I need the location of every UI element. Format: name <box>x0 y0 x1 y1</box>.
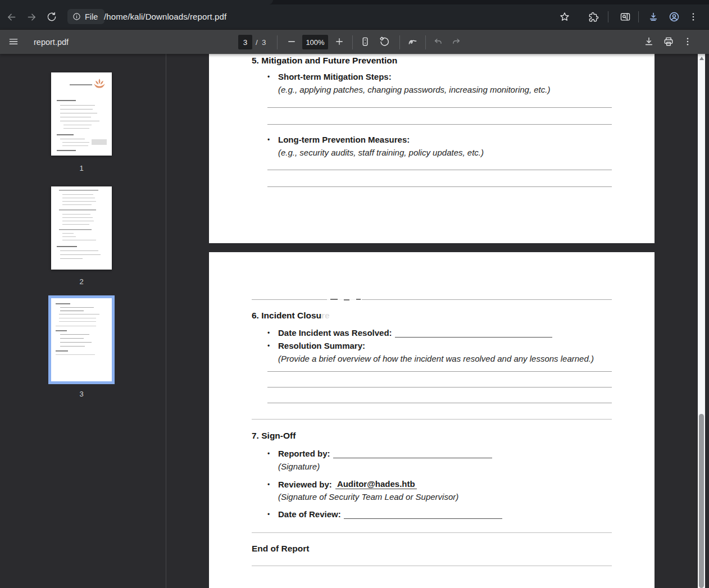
bullet-glyph: • <box>267 136 278 144</box>
thumbnail-label-1: 1 <box>51 164 112 172</box>
side-panel-button[interactable] <box>617 9 633 25</box>
long-term-item: • Long-term Prevention Measures: <box>267 135 410 144</box>
toolbar-separator <box>608 11 608 22</box>
rotate-button[interactable] <box>376 34 392 49</box>
kebab-menu-icon <box>688 12 698 22</box>
lotus-logo-icon <box>93 78 106 89</box>
annotate-button[interactable] <box>405 34 420 49</box>
artifact-dash <box>344 299 349 300</box>
pdf-toolbar: report.pdf 3 / 3 100% <box>0 29 709 54</box>
zoom-out-button[interactable] <box>284 34 299 49</box>
minus-icon <box>287 37 297 47</box>
thumbnail-label-2: 2 <box>51 277 112 286</box>
print-button[interactable] <box>661 34 676 49</box>
date-resolved-item: • Date Incident was Resolved: <box>267 328 552 338</box>
zoom-level[interactable]: 100% <box>302 35 328 49</box>
short-term-hint: (e.g., applying patches, changing passwo… <box>278 85 550 94</box>
pdf-page-3: 6. Incident Closure • Date Incident was … <box>209 252 655 588</box>
url-text[interactable]: /home/kali/Downloads/report.pdf <box>104 9 226 24</box>
reviewed-by-value[interactable]: Auditor@hades.htb <box>335 479 417 489</box>
bullet-glyph: • <box>267 450 278 458</box>
active-tab-bottom <box>0 0 273 4</box>
document-title: report.pdf <box>34 30 69 54</box>
pdf-viewer: 1 2 3 5. Mitigation and Future Preventio… <box>0 54 709 588</box>
printer-icon <box>663 36 674 47</box>
section-6-title: 6. Incident Closure <box>252 311 330 321</box>
bullet-glyph: • <box>267 73 278 81</box>
reload-icon <box>46 11 57 22</box>
scrollbar[interactable] <box>698 54 705 588</box>
long-term-label: Long-term Prevention Measures: <box>278 135 410 144</box>
tab-strip <box>0 0 709 4</box>
reviewed-by-label: Reviewed by: <box>278 480 332 489</box>
reported-by-note: (Signature) <box>278 462 320 471</box>
date-resolved-label: Date Incident was Resolved: <box>278 328 392 338</box>
resolution-item: • Resolution Summary: <box>267 341 365 350</box>
redo-button[interactable] <box>448 34 464 49</box>
artifact-dash <box>356 299 361 300</box>
file-scheme-chip[interactable]: File <box>67 9 104 24</box>
reported-by-item: • Reported by: <box>267 449 492 458</box>
pdf-download-button[interactable] <box>641 34 657 49</box>
toolbar-separator <box>425 35 426 49</box>
undo-icon <box>433 36 444 47</box>
profile-button[interactable] <box>666 9 682 25</box>
forward-button[interactable] <box>24 9 39 25</box>
sidebar-separator <box>166 54 166 588</box>
reload-button[interactable] <box>44 9 60 25</box>
puzzle-icon <box>588 12 599 22</box>
forward-icon <box>26 11 38 23</box>
rule-line <box>252 419 612 420</box>
toolbar-separator <box>277 35 278 49</box>
bullet-glyph: • <box>267 481 278 489</box>
browser-menu-button[interactable] <box>685 9 701 25</box>
toolbar-separator <box>352 35 353 49</box>
reported-by-label: Reported by: <box>278 449 330 458</box>
downloads-button[interactable] <box>646 9 661 25</box>
rotate-icon <box>379 36 390 48</box>
arrow-up-icon <box>699 57 704 60</box>
page-number-input[interactable]: 3 <box>238 35 252 49</box>
blank-fill-line <box>267 387 612 388</box>
resolution-label: Resolution Summary: <box>278 341 365 350</box>
thumbnail-label-3: 3 <box>51 390 112 398</box>
date-review-label: Date of Review: <box>278 509 341 519</box>
back-button[interactable] <box>3 9 19 25</box>
page-thumbnail-2[interactable] <box>51 186 112 270</box>
bullet-glyph: • <box>267 329 278 338</box>
extensions-button[interactable] <box>585 9 601 25</box>
bullet-glyph: • <box>267 510 278 519</box>
long-term-hint: (e.g., security audits, staff training, … <box>278 148 484 157</box>
end-of-report-label: End of Report <box>252 544 309 554</box>
pdf-menu-button[interactable] <box>6 34 21 49</box>
toolbar-separator <box>399 35 400 49</box>
scheme-label: File <box>85 12 98 21</box>
undo-button[interactable] <box>430 34 446 49</box>
toolbar-separator <box>638 11 639 22</box>
section-5-title: 5. Mitigation and Future Prevention <box>252 56 397 66</box>
page-thumbnail-1[interactable] <box>51 72 112 156</box>
pdf-page-2: 5. Mitigation and Future Prevention • Sh… <box>209 54 655 243</box>
short-term-item: • Short-term Mitigation Steps: <box>267 72 392 81</box>
profile-icon <box>669 11 680 22</box>
blank-fill-line <box>267 186 612 187</box>
page-thumbnail-3-selected[interactable] <box>51 298 112 381</box>
section-7-title: 7. Sign-Off <box>252 431 296 441</box>
scroll-up-button[interactable] <box>698 55 705 62</box>
resolution-hint: (Provide a brief overview of how the inc… <box>278 354 594 363</box>
bullet-glyph: • <box>267 342 278 350</box>
hamburger-icon <box>8 36 19 47</box>
bookmark-button[interactable] <box>557 9 572 25</box>
fit-page-icon <box>360 36 371 47</box>
scrollbar-thumb[interactable] <box>699 414 704 588</box>
blank-fill-line <box>267 371 612 372</box>
rule-line <box>252 532 612 533</box>
zoom-in-button[interactable] <box>331 34 347 49</box>
pdf-more-button[interactable] <box>680 34 696 49</box>
page-count: 3 <box>262 30 266 54</box>
fit-page-button[interactable] <box>357 34 373 49</box>
back-icon <box>6 11 17 23</box>
signature-line <box>333 450 492 458</box>
blank-fill-line <box>267 170 612 170</box>
redo-icon <box>451 36 462 47</box>
